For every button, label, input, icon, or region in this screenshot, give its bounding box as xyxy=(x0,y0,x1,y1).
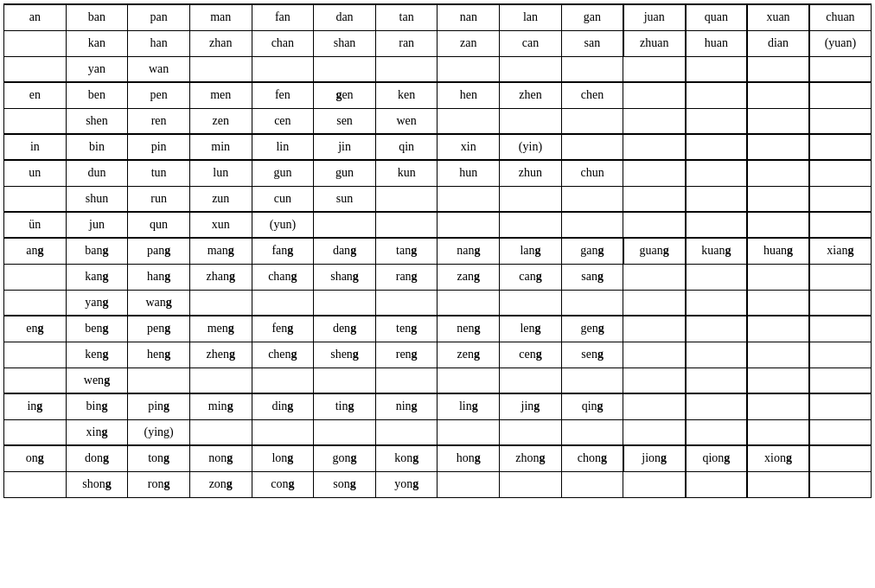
table-cell xyxy=(128,368,190,393)
table-cell xyxy=(623,134,686,160)
table-cell xyxy=(809,56,872,82)
table-cell xyxy=(4,108,67,134)
table-cell: run xyxy=(128,186,190,212)
table-cell: huan xyxy=(686,30,748,56)
table-cell: nan xyxy=(438,4,500,30)
table-cell: jing xyxy=(500,393,562,419)
table-cell: zan xyxy=(438,30,500,56)
table-cell: chong xyxy=(561,445,623,471)
table-cell xyxy=(809,471,872,497)
table-cell: un xyxy=(4,160,67,186)
table-cell xyxy=(4,368,67,393)
table-cell: weng xyxy=(66,368,128,393)
table-cell: ben xyxy=(66,82,128,108)
table-cell xyxy=(4,419,67,445)
table-cell xyxy=(375,368,438,393)
table-cell: zun xyxy=(189,186,252,212)
table-cell: teng xyxy=(375,316,438,342)
table-cell: neng xyxy=(438,316,500,342)
table-cell xyxy=(686,368,748,393)
table-cell xyxy=(747,342,809,368)
table-cell xyxy=(252,368,314,393)
table-cell: zhong xyxy=(500,445,562,471)
table-row: yangwang xyxy=(4,290,872,316)
table-cell: beng xyxy=(66,316,128,342)
table-cell xyxy=(809,160,872,186)
table-cell: kuang xyxy=(686,238,748,264)
table-cell xyxy=(623,368,686,393)
table-cell: sen xyxy=(314,108,376,134)
table-cell xyxy=(747,290,809,316)
table-cell xyxy=(809,264,872,290)
table-cell: fang xyxy=(252,238,314,264)
table-cell xyxy=(686,160,748,186)
table-cell: zhuan xyxy=(623,30,686,56)
table-cell xyxy=(747,134,809,160)
table-cell: shan xyxy=(314,30,376,56)
table-cell xyxy=(500,212,562,238)
table-cell xyxy=(809,186,872,212)
table-cell: dun xyxy=(66,160,128,186)
table-cell: jiong xyxy=(623,445,686,471)
table-cell xyxy=(747,419,809,445)
table-cell xyxy=(686,393,748,419)
table-row: shenrenzencensenwen xyxy=(4,108,872,134)
table-cell xyxy=(561,134,623,160)
table-cell: yan xyxy=(66,56,128,82)
table-cell: tang xyxy=(375,238,438,264)
table-cell xyxy=(375,419,438,445)
table-cell xyxy=(252,290,314,316)
table-cell: bing xyxy=(66,393,128,419)
table-cell: chun xyxy=(561,160,623,186)
table-cell xyxy=(314,419,376,445)
table-cell xyxy=(500,108,562,134)
table-cell: han xyxy=(128,30,190,56)
table-cell xyxy=(438,368,500,393)
table-cell: zen xyxy=(189,108,252,134)
table-cell: cen xyxy=(252,108,314,134)
table-cell: sheng xyxy=(314,342,376,368)
table-row: kenghengzhengchengshengrengzengcengseng xyxy=(4,342,872,368)
table-cell xyxy=(623,108,686,134)
table-row: kanhanzhanchanshanranzancansanzhuanhuand… xyxy=(4,30,872,56)
table-cell xyxy=(314,290,376,316)
table-row: angbangpangmangfangdangtangnanglanggangg… xyxy=(4,238,872,264)
table-cell xyxy=(747,471,809,497)
table-cell: long xyxy=(252,445,314,471)
table-cell: tun xyxy=(128,160,190,186)
table-cell xyxy=(438,471,500,497)
table-cell xyxy=(438,212,500,238)
table-cell: gang xyxy=(561,238,623,264)
table-cell xyxy=(4,186,67,212)
table-cell xyxy=(809,290,872,316)
table-cell: ceng xyxy=(500,342,562,368)
table-cell: wen xyxy=(375,108,438,134)
table-cell: meng xyxy=(189,316,252,342)
table-cell: lang xyxy=(500,238,562,264)
table-cell: gan xyxy=(561,4,623,30)
table-cell xyxy=(561,108,623,134)
table-cell xyxy=(500,368,562,393)
table-cell: qin xyxy=(375,134,438,160)
table-cell: ping xyxy=(128,393,190,419)
table-cell: yang xyxy=(66,290,128,316)
table-cell xyxy=(809,212,872,238)
table-cell xyxy=(809,368,872,393)
table-cell: mang xyxy=(189,238,252,264)
table-cell xyxy=(189,290,252,316)
table-cell: yong xyxy=(375,471,438,497)
table-cell: shong xyxy=(66,471,128,497)
table-cell: zhang xyxy=(189,264,252,290)
table-cell xyxy=(375,212,438,238)
table-cell xyxy=(809,419,872,445)
table-cell: dang xyxy=(314,238,376,264)
table-cell: qing xyxy=(561,393,623,419)
table-cell xyxy=(189,419,252,445)
table-row: ongdongtongnonglonggongkonghongzhongchon… xyxy=(4,445,872,471)
table-cell xyxy=(561,368,623,393)
table-cell xyxy=(686,316,748,342)
table-cell: deng xyxy=(314,316,376,342)
table-cell: shang xyxy=(314,264,376,290)
table-cell: ün xyxy=(4,212,67,238)
table-cell: huang xyxy=(747,238,809,264)
